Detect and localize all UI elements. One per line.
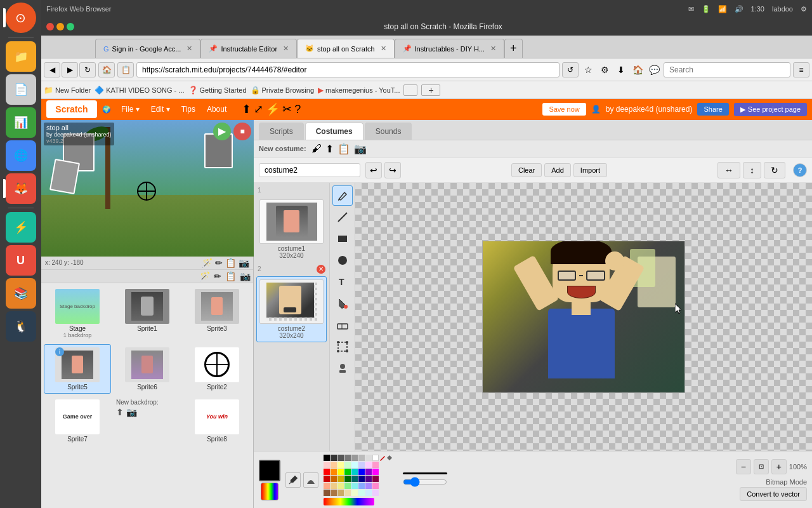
tool-eraser[interactable]	[332, 315, 353, 335]
search-input[interactable]	[664, 62, 790, 77]
menu-about[interactable]: About	[202, 102, 232, 116]
sync-icon[interactable]: ⚙	[598, 63, 612, 77]
new-costume-upload-icon[interactable]: ⬆	[325, 143, 334, 155]
download-icon[interactable]: ⬇	[614, 63, 628, 77]
color-cell[interactable]	[351, 469, 358, 475]
color-cell[interactable]	[365, 483, 372, 489]
color-cell[interactable]	[351, 490, 358, 496]
color-cell[interactable]	[337, 483, 344, 489]
color-cell[interactable]	[351, 455, 358, 461]
zoom-in-button[interactable]: +	[771, 459, 787, 474]
color-cell[interactable]	[331, 455, 337, 461]
tab-instructable-close[interactable]: ✕	[283, 44, 289, 53]
color-cell[interactable]	[372, 483, 379, 489]
color-cell[interactable]	[358, 469, 365, 475]
sidebar-app-firefox[interactable]: 🦊	[6, 173, 36, 204]
color-cell[interactable]	[337, 490, 344, 496]
sprite-item-sprite5[interactable]: i Sprite5	[44, 344, 111, 394]
turbo-icon[interactable]: ⚡	[266, 102, 280, 116]
color-cell[interactable]	[365, 476, 372, 482]
window-minimize[interactable]	[56, 23, 64, 30]
bookmark-youtube[interactable]: ▶ makemegenius - YouT...	[318, 86, 400, 95]
sidebar-app-text[interactable]: 📄	[6, 74, 36, 105]
color-cell[interactable]	[344, 462, 351, 468]
clear-button[interactable]: Clear	[511, 163, 542, 177]
new-costume-brush-icon[interactable]: 🖌	[311, 143, 322, 155]
zoom-out-button[interactable]: −	[736, 459, 751, 474]
bookmark-add[interactable]: +	[421, 84, 440, 96]
import-button[interactable]: Import	[573, 163, 607, 177]
new-tab-button[interactable]: +	[504, 39, 523, 58]
tool-text[interactable]: T	[332, 272, 353, 292]
color-swatch-primary[interactable]	[259, 460, 280, 481]
color-cell[interactable]	[337, 455, 344, 461]
drawing-canvas[interactable]	[355, 183, 812, 451]
color-cell[interactable]	[324, 462, 330, 468]
scissors-icon[interactable]: ✂	[282, 102, 292, 116]
sprite-item-sprite1[interactable]: Sprite1	[114, 286, 181, 342]
color-cell[interactable]	[358, 455, 365, 461]
pipette-icon[interactable]	[386, 455, 393, 461]
color-cell[interactable]	[365, 455, 372, 461]
color-cell[interactable]	[365, 462, 372, 468]
color-cell[interactable]	[365, 490, 372, 496]
undo-button[interactable]: ↩	[365, 162, 382, 178]
color-cell[interactable]	[358, 476, 365, 482]
tool-ellipse[interactable]	[332, 250, 353, 271]
tool-stamp[interactable]	[332, 358, 353, 378]
bookmark-kathi[interactable]: 🔷 KATHI VIDEO SONG - ...	[95, 86, 184, 95]
sprite-pencil-icon[interactable]: ✏	[214, 271, 221, 281]
sidebar-app-chrome[interactable]: 🌐	[6, 140, 36, 171]
sprite-item-sprite2[interactable]: Sprite2	[183, 344, 251, 394]
question-icon[interactable]: ?	[294, 103, 301, 116]
color-cell[interactable]	[324, 490, 330, 496]
new-costume-camera-icon[interactable]: 📷	[354, 143, 367, 155]
fullscreen-icon[interactable]: ⤢	[254, 102, 263, 116]
pencil-color-icon[interactable]	[379, 455, 386, 461]
reload-btn[interactable]: ↺	[562, 62, 579, 77]
color-cell[interactable]	[331, 462, 337, 468]
eyedropper-tool[interactable]	[285, 472, 301, 488]
menu-tips[interactable]: Tips	[176, 102, 200, 116]
tab-instructables2-close[interactable]: ✕	[490, 44, 496, 53]
tab-scripts[interactable]: Scripts	[259, 123, 304, 140]
color-cell[interactable]	[344, 483, 351, 489]
back-button[interactable]: ◀	[44, 62, 60, 77]
color-cell[interactable]	[331, 490, 337, 496]
color-cell[interactable]	[372, 476, 379, 482]
home-button[interactable]: 🏠	[98, 62, 115, 77]
color-cell[interactable]	[358, 462, 365, 468]
tab-google-close[interactable]: ✕	[187, 44, 192, 53]
color-cell[interactable]	[324, 469, 330, 475]
color-cell[interactable]	[351, 483, 358, 489]
forward-button[interactable]: ▶	[62, 62, 78, 77]
tab-instructables2[interactable]: 📌 Instructables - DIY H... ✕	[395, 39, 504, 58]
costume-item-1[interactable]: costume1 320x240	[256, 196, 327, 262]
zoom-fit-button[interactable]: ⊡	[754, 459, 769, 474]
bookmark-new-folder[interactable]: 📁 New Folder	[44, 86, 91, 95]
color-cell[interactable]	[344, 476, 351, 482]
sidebar-app-books[interactable]: 📚	[6, 278, 36, 309]
color-cell[interactable]	[351, 462, 358, 468]
sprite-copy-icon2[interactable]: 📋	[225, 271, 236, 281]
upload-backdrop-icon[interactable]: ⬆	[116, 407, 124, 417]
color-cell[interactable]	[365, 469, 372, 475]
tool-line[interactable]	[332, 207, 353, 227]
flip-v-button[interactable]: ↕	[743, 162, 761, 178]
refresh-button[interactable]: ↻	[79, 62, 96, 77]
stage-copy-icon[interactable]: 📋	[225, 258, 236, 268]
color-cell[interactable]	[372, 455, 379, 461]
color-cell[interactable]	[344, 455, 351, 461]
see-project-button[interactable]: ▶ See project page	[734, 103, 807, 116]
chat-icon[interactable]: 💬	[647, 63, 661, 77]
tool-fill[interactable]	[332, 293, 353, 314]
color-cell[interactable]	[344, 490, 351, 496]
costume-item-2[interactable]: costume2 320x240	[256, 276, 327, 342]
color-cell[interactable]	[351, 476, 358, 482]
sprite-camera-icon[interactable]: 📷	[240, 271, 251, 281]
color-cell[interactable]	[337, 462, 344, 468]
stage-pencil-icon[interactable]: ✏	[215, 258, 223, 268]
stage-camera-icon[interactable]: 📷	[239, 258, 249, 268]
window-close[interactable]	[46, 23, 54, 30]
color-cell[interactable]	[324, 476, 330, 482]
